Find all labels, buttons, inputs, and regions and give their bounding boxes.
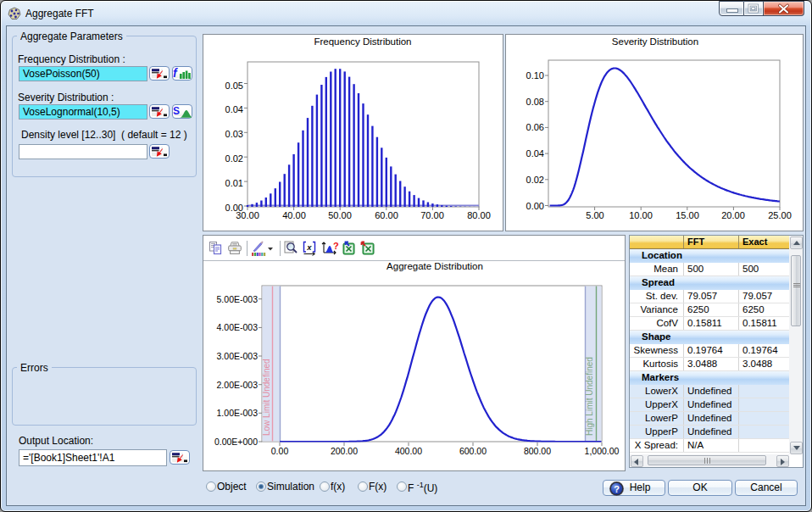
svg-text:0.08: 0.08 (526, 97, 544, 107)
svg-text:?: ? (333, 241, 339, 251)
svg-text:15.00: 15.00 (676, 210, 699, 220)
svg-text:70.00: 70.00 (420, 210, 444, 220)
svg-text:0.05: 0.05 (225, 81, 243, 91)
svg-text:0.00E+000: 0.00E+000 (214, 437, 258, 447)
svg-text:0.00: 0.00 (526, 201, 544, 211)
svg-text:10.00: 10.00 (629, 210, 653, 220)
svg-text:0.04: 0.04 (526, 148, 544, 159)
svg-text:25.00: 25.00 (768, 210, 792, 220)
svg-text:20.00: 20.00 (721, 210, 745, 220)
svg-text:5.00E-003: 5.00E-003 (217, 294, 259, 304)
svg-text:50.00: 50.00 (328, 210, 352, 220)
svg-text:Frequency Distribution: Frequency Distribution (314, 36, 411, 47)
svg-text:0.04: 0.04 (225, 104, 243, 114)
svg-text:200.00: 200.00 (331, 446, 358, 456)
svg-text:0.06: 0.06 (526, 122, 544, 132)
svg-text:2.00E-003: 2.00E-003 (217, 380, 259, 390)
svg-text:0.10: 0.10 (526, 70, 544, 81)
svg-text:x: x (306, 242, 312, 252)
svg-text:0.01: 0.01 (225, 178, 243, 188)
svg-text:0.03: 0.03 (225, 129, 243, 139)
svg-text:60.00: 60.00 (375, 210, 398, 220)
svg-text:1,000.00: 1,000.00 (585, 446, 620, 456)
svg-text:80.00: 80.00 (467, 210, 491, 220)
svg-text:0.00: 0.00 (271, 446, 289, 456)
svg-text:0.02: 0.02 (225, 153, 243, 164)
svg-text:3.00E-003: 3.00E-003 (217, 351, 259, 361)
svg-text:Severity Distribution: Severity Distribution (612, 36, 698, 47)
svg-text:Low Limit Undefined: Low Limit Undefined (262, 359, 271, 436)
svg-text:30.00: 30.00 (236, 210, 259, 220)
svg-text:800.00: 800.00 (524, 446, 551, 456)
svg-text:?: ? (614, 484, 620, 494)
svg-text:400.00: 400.00 (395, 446, 422, 456)
svg-text:f: f (173, 67, 178, 80)
svg-text:1.00E-003: 1.00E-003 (217, 408, 259, 418)
svg-text:600.00: 600.00 (459, 446, 487, 456)
svg-text:High Limit Undefined: High Limit Undefined (585, 357, 594, 436)
svg-text:Aggregate Distribution: Aggregate Distribution (387, 261, 483, 271)
svg-text:4.00E-003: 4.00E-003 (217, 322, 259, 332)
svg-text:40.00: 40.00 (282, 210, 306, 220)
svg-text:0.02: 0.02 (526, 175, 544, 185)
svg-text:S: S (173, 105, 180, 117)
svg-text:5.00: 5.00 (586, 210, 603, 220)
